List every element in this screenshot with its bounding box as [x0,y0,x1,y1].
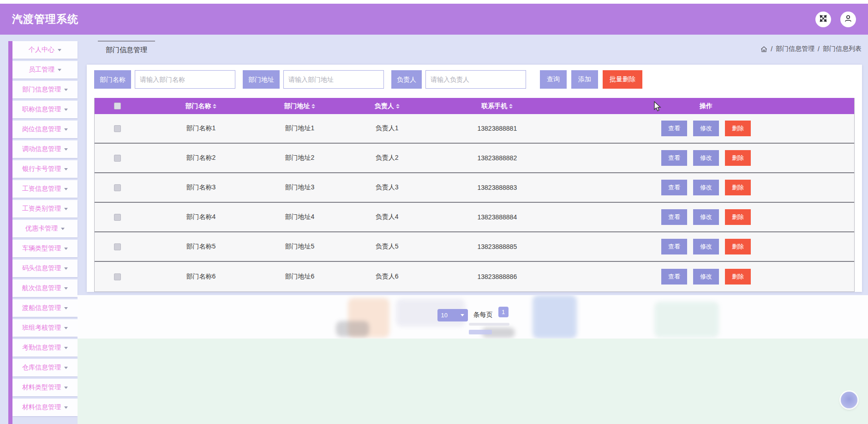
batch-delete-button[interactable]: 批量删除 [603,70,642,89]
chevron-down-icon [64,287,68,290]
department-table: 部门名称 部门地址 负责人 联系手机 操作 部门名称1 部门地址1 负责人1 1… [94,98,855,292]
delete-button[interactable]: 删除 [725,150,751,166]
row-checkbox[interactable] [114,184,121,191]
delete-button[interactable]: 删除 [725,209,751,225]
delete-button[interactable]: 删除 [725,180,751,195]
sidebar-item-title-mgmt[interactable]: 职称信息管理 [12,101,78,118]
user-profile-button[interactable] [840,12,856,27]
column-header-actions: 操作 [558,102,854,110]
sidebar-item-attendance-mgmt[interactable]: 考勤信息管理 [12,339,78,357]
view-button[interactable]: 查看 [661,121,687,136]
dept-name-input[interactable] [135,70,235,89]
sort-icon[interactable] [396,104,400,109]
column-header-phone[interactable]: 联系手机 [437,102,558,110]
add-button[interactable]: 添加 [571,70,598,89]
cell-dept-name: 部门名称6 [140,273,262,281]
sidebar-item-salary-info-mgmt[interactable]: 工资信息管理 [12,180,78,198]
column-header-person[interactable]: 负责人 [338,102,437,110]
sidebar-item-material-info-mgmt[interactable]: 材料信息管理 [12,399,78,416]
row-checkbox[interactable] [114,155,121,162]
column-header-address[interactable]: 部门地址 [262,102,338,110]
delete-button[interactable]: 删除 [725,121,751,136]
sidebar-item-bankcard-mgmt[interactable]: 银行卡号管理 [12,160,78,178]
sidebar-item-employee-mgmt[interactable]: 员工管理 [12,61,78,79]
sidebar-item-vehicle-type-mgmt[interactable]: 车辆类型管理 [12,240,78,257]
sidebar-item-label: 考勤信息管理 [22,344,61,352]
view-button[interactable]: 查看 [661,269,687,285]
delete-button[interactable]: 删除 [725,269,751,285]
edit-button[interactable]: 修改 [693,269,719,285]
sort-icon[interactable] [213,104,216,109]
edit-button[interactable]: 修改 [693,150,719,166]
view-button[interactable]: 查看 [661,239,687,254]
sidebar-item-warehouse-mgmt[interactable]: 仓库信息管理 [12,359,78,376]
breadcrumb-separator: / [771,45,772,53]
sidebar-item-label: 仓库信息管理 [22,363,61,372]
page-number-button[interactable]: 1 [498,307,509,317]
sidebar-item-discount-card-mgmt[interactable]: 优惠卡管理 [12,220,78,237]
tab-department-info[interactable]: 部门信息管理 [98,41,155,57]
sidebar-item-voyage-info-mgmt[interactable]: 航次信息管理 [12,279,78,297]
cell-person: 负责人3 [338,183,437,192]
table-row: 部门名称4 部门地址4 负责人4 13823888884 查看 修改 删除 [95,203,854,232]
app-screen: 汽渡管理系统 [0,0,868,424]
column-header-label: 操作 [700,102,712,110]
column-header-name[interactable]: 部门名称 [140,102,262,110]
sidebar-item-dock-info-mgmt[interactable]: 码头信息管理 [12,260,78,277]
breadcrumb-item-dept-mgmt[interactable]: 部门信息管理 [776,45,814,53]
view-button[interactable]: 查看 [661,209,687,225]
fullscreen-button[interactable] [815,12,831,27]
sidebar-item-department-mgmt[interactable]: 部门信息管理 [12,81,78,98]
pagination-zone: 10 条每页 1 [78,295,868,339]
table-row: 部门名称3 部门地址3 负责人3 13823888883 查看 修改 删除 [95,173,854,203]
per-page-label: 条每页 [473,311,493,319]
view-button[interactable]: 查看 [661,150,687,166]
edit-button[interactable]: 修改 [693,209,719,225]
cell-phone: 13823888882 [437,154,558,162]
sidebar-item-label: 优惠卡管理 [25,224,58,233]
dept-name-filter-label: 部门名称 [94,70,131,89]
search-button[interactable]: 查询 [540,70,567,89]
edit-button[interactable]: 修改 [693,121,719,136]
delete-button[interactable]: 删除 [725,239,751,254]
sidebar-item-label: 工资信息管理 [22,185,61,193]
sidebar-item-material-type-mgmt[interactable]: 材料类型管理 [12,379,78,396]
column-header-label: 部门地址 [284,102,310,110]
sidebar-item-team-assess-mgmt[interactable]: 班组考核管理 [12,319,78,337]
chevron-down-icon [64,307,68,309]
row-checkbox[interactable] [114,214,121,221]
edit-button[interactable]: 修改 [693,180,719,195]
edit-button[interactable]: 修改 [693,239,719,254]
cell-phone: 13823888884 [437,213,558,221]
view-button[interactable]: 查看 [661,180,687,195]
sidebar-menu: 个人中心 员工管理 部门信息管理 职称信息管理 岗位信息管理 调动信息管理 银行… [12,41,78,416]
cell-dept-address: 部门地址3 [262,183,338,192]
cell-phone: 13823888883 [437,184,558,191]
sidebar-item-label: 车辆类型管理 [22,244,61,253]
row-checkbox[interactable] [114,243,121,250]
sidebar-item-transfer-mgmt[interactable]: 调动信息管理 [12,140,78,158]
sidebar-item-post-mgmt[interactable]: 岗位信息管理 [12,121,78,138]
sidebar-item-salary-type-mgmt[interactable]: 工资类别管理 [12,200,78,218]
chat-fab-button[interactable] [841,392,857,408]
chevron-down-icon [64,109,68,111]
sidebar-item-ferry-info-mgmt[interactable]: 渡船信息管理 [12,299,78,317]
select-all-checkbox[interactable] [114,103,121,109]
sort-icon[interactable] [509,104,513,109]
person-input[interactable] [425,70,526,89]
chevron-down-icon [64,208,68,210]
row-checkbox[interactable] [114,273,121,280]
page-size-select[interactable]: 10 [437,309,468,321]
home-icon[interactable] [760,46,767,53]
sidebar-item-personal-center[interactable]: 个人中心 [12,41,78,59]
footer-band [78,339,868,424]
chevron-down-icon [64,387,68,389]
chevron-down-icon [64,89,68,91]
filter-bar: 部门名称 部门地址 负责人 查询 添加 批量删除 [94,70,855,89]
dept-address-input[interactable] [283,70,384,89]
content-area: 部门信息管理 / 部门信息管理 / 部门信息列表 部门名称 [78,35,868,424]
background-illustration [469,323,509,326]
sidebar-accent-stripe [8,41,12,424]
sort-icon[interactable] [311,104,315,109]
row-checkbox[interactable] [114,125,121,132]
